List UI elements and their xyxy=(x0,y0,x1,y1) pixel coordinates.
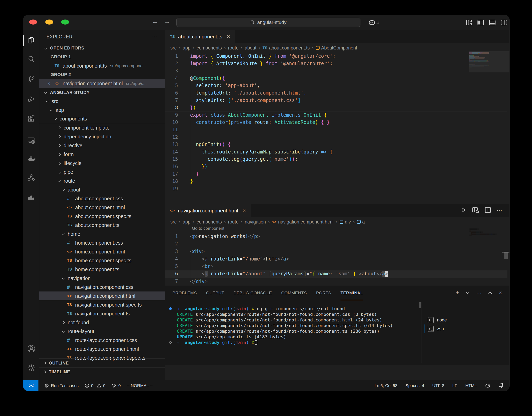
tree-item[interactable]: <>about.component.html xyxy=(39,203,165,212)
notifications-bell-icon[interactable] xyxy=(499,383,504,388)
timeline-section[interactable]: TIMELINE xyxy=(39,367,165,376)
settings-gear-icon[interactable] xyxy=(27,364,35,372)
more-actions-icon[interactable]: ··· xyxy=(497,207,502,213)
terminal-instance-node[interactable]: >_node xyxy=(424,316,508,324)
run-testcases-button[interactable]: Run Testcases xyxy=(45,383,79,388)
panel-more-actions-icon[interactable]: ··· xyxy=(476,290,482,296)
tree-item[interactable]: <>route-layout.component.html xyxy=(39,345,165,353)
close-window-button[interactable] xyxy=(29,19,37,25)
tree-folder[interactable]: components xyxy=(39,114,165,123)
codelens-link[interactable]: Go to component xyxy=(192,226,224,231)
bar-chart-icon[interactable] xyxy=(27,194,35,202)
editor-1-code[interactable]: 1import { Component, OnInit } from '@ang… xyxy=(165,53,507,192)
copilot-icon[interactable] xyxy=(368,19,376,26)
cursor-position[interactable]: Ln 6, Col 68 xyxy=(374,383,397,388)
minimize-window-button[interactable] xyxy=(45,19,53,25)
open-preview-icon[interactable] xyxy=(472,207,479,213)
tree-item[interactable]: ×<>navigation.component.htmlsrc/app/c... xyxy=(39,79,165,88)
close-panel-icon[interactable]: × xyxy=(499,289,502,296)
vim-mode-indicator[interactable]: -- NORMAL -- xyxy=(127,383,153,388)
tree-item[interactable]: #about.component.css xyxy=(39,194,165,203)
tree-item[interactable]: #home.component.css xyxy=(39,238,165,247)
language-mode[interactable]: HTML xyxy=(465,383,477,388)
remote-indicator[interactable]: >< xyxy=(23,380,39,391)
customize-layout-icon[interactable] xyxy=(465,19,473,26)
tree-folder[interactable]: component-template xyxy=(39,123,165,132)
section-header[interactable]: OPEN EDITORS xyxy=(39,44,165,53)
sidebar-more-actions-icon[interactable]: ··· xyxy=(151,33,158,40)
editor-1-actions[interactable]: ··· xyxy=(498,33,501,37)
breadcrumb-item[interactable]: <>navigation.component.html xyxy=(272,219,334,225)
zoom-window-button[interactable] xyxy=(61,19,69,25)
indentation[interactable]: Spaces: 4 xyxy=(405,383,424,388)
tree-folder[interactable]: src xyxy=(39,97,165,106)
tree-item[interactable]: <>navigation.component.html xyxy=(39,292,165,300)
tree-folder[interactable]: pipe xyxy=(39,168,165,176)
eol-sequence[interactable]: LF xyxy=(452,383,457,388)
tree-item[interactable]: #navigation.component.css xyxy=(39,283,165,292)
tree-item[interactable]: TSnavigation.component.spec.ts xyxy=(39,300,165,309)
tree-item[interactable]: TSabout.component.spec.ts xyxy=(39,212,165,221)
tree-folder[interactable]: navigation xyxy=(39,274,165,283)
breadcrumb-item[interactable]: a xyxy=(357,219,365,225)
breadcrumb-item[interactable]: TSabout.component.ts xyxy=(263,45,310,51)
tree-item[interactable]: <>home.component.html xyxy=(39,247,165,256)
outline-section[interactable]: OUTLINE xyxy=(39,359,165,367)
chevron-down-icon[interactable] xyxy=(376,21,379,25)
extensions-icon[interactable] xyxy=(27,115,35,123)
breadcrumb-item[interactable]: navigation xyxy=(245,219,266,225)
tree-item[interactable]: TSabout.component.ts xyxy=(39,221,165,229)
breadcrumb-item[interactable]: components xyxy=(197,219,222,225)
toggle-primary-sidebar-icon[interactable] xyxy=(477,19,484,26)
panel-tab-ports[interactable]: PORTS xyxy=(316,286,331,300)
editor-group-label[interactable]: GROUP 2 xyxy=(39,70,165,79)
maximize-panel-icon[interactable] xyxy=(489,292,492,295)
terminal[interactable]: → angular-study git:(main) ✗ ng g c comp… xyxy=(169,302,177,341)
terminal-instance-zsh[interactable]: >_zsh xyxy=(424,324,508,333)
close-tab-icon[interactable]: × xyxy=(227,33,230,40)
minimap-slider[interactable] xyxy=(469,51,510,72)
terminal-scrollbar[interactable] xyxy=(419,302,421,308)
split-editor-icon[interactable] xyxy=(484,207,491,213)
tree-item[interactable]: TShome.component.spec.ts xyxy=(39,256,165,265)
tree-item[interactable]: #route-layout.component.css xyxy=(39,336,165,345)
breadcrumb-item[interactable]: AboutComponent xyxy=(316,45,357,51)
breadcrumb-item[interactable]: route xyxy=(228,45,238,51)
search-view-icon[interactable] xyxy=(27,55,35,63)
close-tab-icon[interactable]: × xyxy=(242,208,246,214)
run-and-debug-icon[interactable] xyxy=(27,95,35,103)
ports-indicator[interactable]: 0 xyxy=(112,383,121,388)
run-file-icon[interactable] xyxy=(460,207,467,213)
breadcrumb-item[interactable]: app xyxy=(183,45,190,51)
tree-item[interactable]: TSnavigation.component.ts xyxy=(39,309,165,318)
tree-folder[interactable]: form xyxy=(39,150,165,159)
terminal-dropdown-icon[interactable] xyxy=(466,291,469,294)
navigate-forward-icon[interactable]: → xyxy=(164,18,170,25)
tab-about-component-ts[interactable]: TS about.component.ts × xyxy=(165,30,235,43)
tree-folder[interactable]: lifecycle xyxy=(39,159,165,168)
encoding[interactable]: UTF-8 xyxy=(432,383,444,388)
new-terminal-icon[interactable]: + xyxy=(455,289,459,296)
tree-folder[interactable]: route-layout xyxy=(39,327,165,336)
toggle-secondary-sidebar-icon[interactable] xyxy=(500,19,508,26)
breadcrumb-item[interactable]: src xyxy=(170,45,177,51)
minimap[interactable] xyxy=(469,229,510,236)
live-share-icon[interactable] xyxy=(27,174,35,182)
panel-tab-comments[interactable]: COMMENTS xyxy=(281,286,307,300)
panel-tab-terminal[interactable]: TERMINAL xyxy=(341,286,363,300)
breadcrumb-item[interactable]: about xyxy=(245,45,256,51)
tree-folder[interactable]: directive xyxy=(39,141,165,150)
tree-folder[interactable]: home xyxy=(39,229,165,238)
panel-tab-output[interactable]: OUTPUT xyxy=(206,286,224,300)
tab-navigation-component-html[interactable]: <> navigation.component.html × xyxy=(165,204,251,217)
docker-icon[interactable] xyxy=(27,155,35,163)
copilot-status-icon[interactable] xyxy=(485,383,491,388)
close-editor-icon[interactable]: × xyxy=(47,80,55,87)
editor-2-code[interactable]: 1<p>navigation works!</p>23<div>4 <a rou… xyxy=(165,233,507,285)
explorer-icon[interactable] xyxy=(27,36,35,44)
tree-item[interactable]: TSabout.component.tssrc/app/compone... xyxy=(39,61,165,70)
editor-group-label[interactable]: GROUP 1 xyxy=(39,53,165,61)
tree-folder[interactable]: dependency-injection xyxy=(39,132,165,141)
editor-2-scrollbar[interactable] xyxy=(504,252,508,259)
panel-tab-debug-console[interactable]: DEBUG CONSOLE xyxy=(233,286,272,300)
